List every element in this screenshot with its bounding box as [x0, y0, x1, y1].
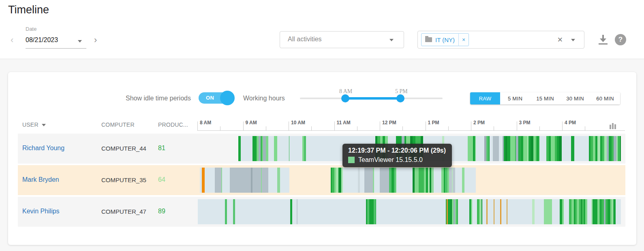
activity-segment[interactable] — [585, 136, 621, 161]
half-hour-tick — [402, 126, 403, 130]
activity-segment[interactable] — [292, 199, 334, 224]
previous-day-button[interactable]: ‹ — [11, 36, 13, 45]
user-link[interactable]: Kevin Philips — [22, 208, 60, 215]
activity-segment[interactable] — [441, 168, 449, 193]
activity-segment[interactable] — [413, 168, 431, 193]
hour-tick — [471, 121, 471, 130]
idle-toggle[interactable]: ON — [199, 92, 234, 104]
scale-button-5-min[interactable]: 5 MIN — [500, 92, 530, 104]
activity-segment[interactable] — [233, 199, 282, 224]
hour-tick — [380, 121, 380, 130]
hour-tick — [197, 121, 198, 130]
column-header-computer[interactable]: COMPUTER — [101, 121, 135, 128]
table-row-richard-young[interactable]: Richard YoungCOMPUTER_4481 — [18, 134, 625, 164]
activity-segment[interactable] — [544, 199, 552, 224]
chip-remove-icon[interactable]: × — [459, 36, 469, 43]
density-bar — [614, 124, 616, 129]
toggle-knob[interactable] — [220, 91, 235, 105]
activities-filter-select[interactable]: All activities — [280, 31, 404, 48]
axis-hour-label: 2 PM — [473, 120, 485, 126]
slider-handle-end[interactable] — [396, 94, 404, 102]
activity-segment[interactable] — [289, 136, 302, 161]
employee-filter-select[interactable]: IT (NY) × ✕ — [417, 31, 584, 49]
density-bar — [610, 125, 611, 129]
date-field-label: Date — [26, 26, 36, 32]
productivity-value: 89 — [158, 208, 165, 215]
scale-button-group: RAW5 MIN15 MIN30 MIN60 MIN — [470, 92, 620, 104]
computer-name: COMPUTER_47 — [101, 208, 146, 215]
activity-segment[interactable] — [389, 168, 396, 193]
activities-dropdown-caret-icon — [389, 39, 394, 41]
activity-segment[interactable] — [334, 199, 346, 224]
hour-tick — [562, 121, 563, 130]
date-dropdown-caret-icon[interactable] — [78, 40, 82, 43]
filter-clear-icon[interactable]: ✕ — [557, 36, 563, 44]
working-hours-slider[interactable]: 8 AM 5 PM — [300, 88, 443, 104]
slider-active-range — [345, 97, 400, 100]
date-value[interactable]: 08/21/2023 — [26, 36, 58, 44]
activity-segment[interactable] — [560, 199, 621, 224]
half-hour-tick — [357, 126, 357, 130]
column-header-user[interactable]: USER — [22, 121, 46, 128]
half-hour-tick — [448, 126, 449, 130]
activity-segment[interactable] — [477, 136, 487, 161]
activity-segment[interactable] — [449, 168, 462, 193]
activity-segment[interactable] — [503, 136, 575, 161]
user-link[interactable]: Richard Young — [22, 145, 64, 152]
activity-segment[interactable] — [331, 168, 358, 193]
half-hour-tick — [494, 126, 494, 130]
activity-segment[interactable] — [346, 199, 366, 224]
scale-button-30-min[interactable]: 30 MIN — [560, 92, 590, 104]
activity-segment[interactable] — [376, 199, 446, 224]
activities-filter-value: All activities — [288, 36, 322, 43]
activity-segment[interactable] — [302, 136, 308, 161]
table-row-kevin-philips[interactable]: Kevin PhilipsCOMPUTER_4789 — [18, 197, 625, 227]
hour-tick — [289, 121, 289, 130]
hour-tick — [243, 121, 244, 130]
user-link[interactable]: Mark Bryden — [22, 176, 59, 183]
scale-button-15-min[interactable]: 15 MIN — [530, 92, 560, 104]
top-toolbar: Timeline ‹ Date 08/21/2023 › All activit… — [0, 0, 644, 59]
activity-segment[interactable] — [202, 168, 205, 193]
working-hours-label: Working hours — [243, 95, 285, 102]
activity-segment[interactable] — [366, 199, 376, 224]
activity-segment[interactable] — [358, 168, 389, 193]
axis-hour-label: 9 AM — [246, 120, 257, 126]
timeline-density-icon[interactable] — [610, 123, 617, 129]
activity-segment[interactable] — [462, 168, 470, 193]
download-icon[interactable] — [599, 35, 608, 45]
activity-segment[interactable] — [470, 168, 476, 193]
axis-hour-label: 10 AM — [291, 120, 305, 126]
table-row-mark-bryden[interactable]: Mark BrydenCOMPUTER_3564 — [18, 165, 625, 195]
activity-segment[interactable] — [446, 199, 482, 224]
filter-chip-it-ny[interactable]: IT (NY) × — [421, 33, 469, 46]
help-icon[interactable]: ? — [615, 34, 626, 45]
half-hour-tick — [220, 126, 220, 130]
activity-segment[interactable] — [396, 168, 413, 193]
hour-tick — [517, 121, 517, 130]
slider-start-label: 8 AM — [339, 88, 352, 95]
activity-segment[interactable] — [431, 168, 441, 193]
half-hour-tick — [585, 126, 585, 130]
slider-handle-start[interactable] — [341, 94, 349, 102]
activity-segment[interactable] — [552, 199, 560, 224]
filter-dropdown-caret-icon — [571, 39, 575, 41]
scale-button-raw[interactable]: RAW — [470, 92, 500, 104]
activity-mark — [507, 199, 507, 224]
activity-segment[interactable] — [225, 199, 233, 224]
activity-segment[interactable] — [493, 136, 503, 161]
activity-mark — [494, 199, 494, 224]
computer-name: COMPUTER_44 — [101, 145, 146, 152]
scale-button-60-min[interactable]: 60 MIN — [590, 92, 620, 104]
activity-segment[interactable] — [198, 199, 225, 224]
activity-segment[interactable] — [468, 136, 476, 161]
activity-segment[interactable] — [205, 168, 289, 193]
activity-segment[interactable] — [486, 136, 493, 161]
activity-segment[interactable] — [282, 199, 292, 224]
activity-segment[interactable] — [238, 136, 289, 161]
next-day-button[interactable]: › — [94, 36, 97, 45]
tooltip-color-swatch — [348, 157, 355, 163]
activity-segment[interactable] — [482, 199, 544, 224]
activity-segment[interactable] — [575, 136, 585, 161]
column-header-productivity[interactable]: PRODUC... — [158, 121, 188, 128]
